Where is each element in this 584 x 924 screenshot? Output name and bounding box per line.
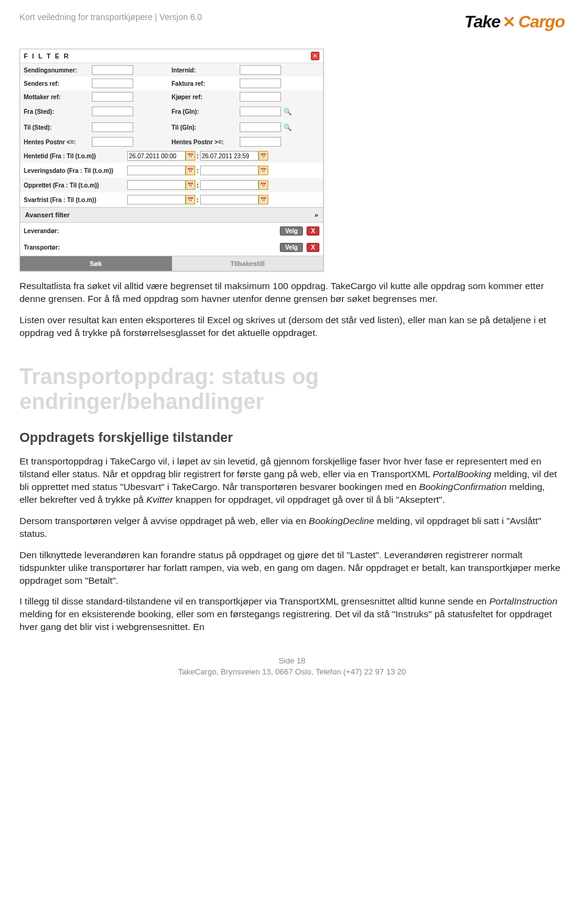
text-input[interactable] <box>240 122 281 132</box>
filter-row: Fra (Sted): Fra (Gln): 🔍 <box>20 103 323 119</box>
calendar-icon[interactable]: 📅 <box>186 180 195 190</box>
body-text: Resultatlista fra søket vil alltid være … <box>19 280 565 634</box>
field-label: Til (Sted): <box>24 124 89 131</box>
text-input[interactable] <box>92 65 133 75</box>
filter-row: Senders ref: Faktura ref: <box>20 77 323 90</box>
date-from-input[interactable] <box>127 180 186 190</box>
calendar-icon[interactable]: 📅 <box>259 166 268 175</box>
field-label: Sendingsnummer: <box>24 67 89 74</box>
filter-row: Mottaker ref: Kjøper ref: <box>20 90 323 103</box>
calendar-icon[interactable]: 📅 <box>259 151 268 161</box>
logo: Take ✕ Cargo <box>464 12 565 32</box>
text-input[interactable] <box>92 79 133 88</box>
calendar-icon[interactable]: 📅 <box>186 166 195 175</box>
heading-main: Transportoppdrag: status og endringer/be… <box>19 364 565 415</box>
calendar-icon[interactable]: 📅 <box>259 195 268 205</box>
paragraph-4: Dersom transportøren velger å avvise opp… <box>19 515 565 541</box>
field-label: Leverandør: <box>24 228 97 234</box>
page-footer: Side 18 TakeCargo, Brynsveien 13, 0667 O… <box>19 656 565 677</box>
calendar-icon[interactable]: 📅 <box>186 195 195 205</box>
filter-date-row: Svarfrist (Fra : Til (t.o.m)) 📅 : 📅 <box>20 192 323 207</box>
footer-address: TakeCargo, Brynsveien 13, 0667 Oslo, Tel… <box>19 667 565 677</box>
doc-title: Kort veiledning for transportkjøpere | V… <box>19 12 202 22</box>
clear-button[interactable]: X <box>307 243 319 252</box>
field-label: Leveringsdato (Fra : Til (t.o.m)) <box>24 167 127 174</box>
field-label: Mottaker ref: <box>24 94 89 100</box>
date-from-input[interactable] <box>127 151 186 161</box>
text-input[interactable] <box>240 92 281 102</box>
filter-footer-buttons: Søk Tilbakestill <box>20 256 323 271</box>
clear-button[interactable]: X <box>307 226 319 236</box>
page-header: Kort veiledning for transportkjøpere | V… <box>19 12 565 32</box>
field-label: Opprettet (Fra : Til (t.o.m)) <box>24 182 127 189</box>
input-postnr-le[interactable] <box>92 137 133 147</box>
date-to-input[interactable] <box>200 180 259 190</box>
date-from-input[interactable] <box>127 195 186 205</box>
separator: : <box>196 152 199 159</box>
field-label: Hentetid (Fra : Til (t.o.m)) <box>24 153 127 159</box>
field-label: Internid: <box>172 67 237 74</box>
field-label: Svarfrist (Fra : Til (t.o.m)) <box>24 197 127 203</box>
separator: : <box>196 167 199 174</box>
filter-adv-row: Leverandør: Velg X <box>20 223 323 239</box>
text-input[interactable] <box>240 107 281 116</box>
text-input[interactable] <box>92 92 133 102</box>
field-label: Fra (Sted): <box>24 108 89 115</box>
search-button[interactable]: Søk <box>20 256 172 271</box>
reset-button[interactable]: Tilbakestill <box>172 256 324 271</box>
calendar-icon[interactable]: 📅 <box>186 151 195 161</box>
filter-title: F I L T E R <box>24 52 70 60</box>
paragraph-2: Listen over resultat kan enten eksporter… <box>19 314 565 340</box>
input-postnr-ge[interactable] <box>240 137 281 147</box>
paragraph-1: Resultatlista fra søket vil alltid være … <box>19 280 565 306</box>
field-label: Kjøper ref: <box>172 94 237 100</box>
date-to-input[interactable] <box>200 151 259 161</box>
select-button[interactable]: Velg <box>280 226 304 236</box>
filter-date-row: Leveringsdato (Fra : Til (t.o.m)) 📅 : 📅 <box>20 163 323 178</box>
filter-titlebar: F I L T E R ✕ <box>20 49 323 63</box>
paragraph-3: Et transportoppdrag i TakeCargo vil, i l… <box>19 455 565 506</box>
select-button[interactable]: Velg <box>280 243 304 252</box>
date-from-input[interactable] <box>127 166 186 175</box>
separator: : <box>196 181 199 189</box>
paragraph-5: Den tilknyttede leverandøren kan forandr… <box>19 549 565 587</box>
footer-page: Side 18 <box>19 656 565 667</box>
text-input[interactable] <box>240 79 281 88</box>
date-to-input[interactable] <box>200 166 259 175</box>
filter-panel: F I L T E R ✕ Sendingsnummer: Internid: … <box>19 49 324 271</box>
field-label: Senders ref: <box>24 80 89 87</box>
filter-row: Til (Sted): Til (Gln): 🔍 <box>20 119 323 135</box>
date-to-input[interactable] <box>200 195 259 205</box>
advanced-filter-label: Avansert filter <box>25 211 70 219</box>
filter-adv-row: Transportør: Velg X <box>20 239 323 256</box>
filter-body: Sendingsnummer: Internid: Senders ref: F… <box>20 63 323 271</box>
logo-x-icon: ✕ <box>502 13 516 32</box>
chevron-right-icon: » <box>315 211 318 219</box>
search-icon[interactable]: 🔍 <box>283 123 292 131</box>
filter-date-row: Opprettet (Fra : Til (t.o.m)) 📅 : 📅 <box>20 178 323 192</box>
heading-sub: Oppdragets forskjellige tilstander <box>19 429 565 447</box>
calendar-icon[interactable]: 📅 <box>259 180 268 190</box>
close-icon[interactable]: ✕ <box>311 52 319 60</box>
filter-row-postnr: Hentes Postnr <=: Hentes Postnr >=: <box>20 135 323 149</box>
search-icon[interactable]: 🔍 <box>283 107 292 116</box>
text-input[interactable] <box>92 107 133 116</box>
logo-cargo: Cargo <box>518 12 565 32</box>
field-label: Faktura ref: <box>172 80 237 87</box>
text-input[interactable] <box>92 122 133 132</box>
label-postnr-le: Hentes Postnr <=: <box>24 139 89 145</box>
field-label: Til (Gln): <box>172 124 237 131</box>
separator: : <box>196 196 199 203</box>
field-label: Fra (Gln): <box>172 108 237 115</box>
paragraph-6: I tillegg til disse standard-tilstandene… <box>19 595 565 634</box>
advanced-filter-header[interactable]: Avansert filter » <box>20 207 323 223</box>
label-postnr-ge: Hentes Postnr >=: <box>172 139 237 145</box>
field-label: Transportør: <box>24 244 97 251</box>
filter-date-row: Hentetid (Fra : Til (t.o.m)) 📅 : 📅 <box>20 149 323 163</box>
text-input[interactable] <box>240 65 281 75</box>
logo-take: Take <box>464 12 500 32</box>
filter-row: Sendingsnummer: Internid: <box>20 63 323 77</box>
